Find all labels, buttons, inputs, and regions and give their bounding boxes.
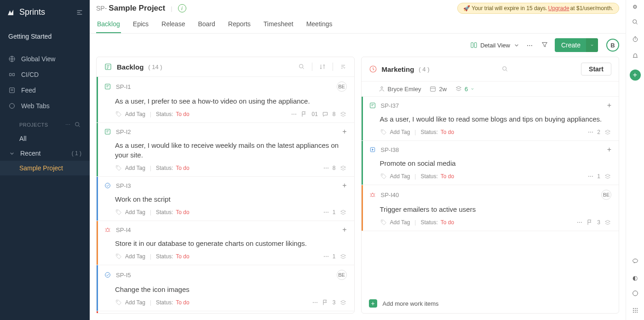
assign-plus-icon[interactable]: + [607,101,611,110]
status-value[interactable]: To do [176,165,189,171]
search-icon[interactable] [501,65,509,73]
stack-icon[interactable] [604,219,611,226]
sidebar-feed[interactable]: Feed [0,82,90,98]
card-more-icon[interactable]: ⋯ [312,299,318,306]
assign-plus-icon[interactable]: + [342,226,346,234]
projects-more-icon[interactable]: ⋯ [65,122,71,128]
fab-add-icon[interactable]: + [630,70,641,81]
status-value[interactable]: To do [176,299,189,306]
apps-icon[interactable] [632,307,639,315]
work-item-card[interactable]: SP-I5 BE Change the icon images Add Tag … [97,265,354,311]
status-value[interactable]: To do [441,173,454,180]
stack-icon[interactable] [339,164,347,172]
add-tag-button[interactable]: Add Tag [390,173,410,180]
sidebar-webtabs[interactable]: Web Tabs [0,98,90,114]
stack-icon[interactable] [604,173,611,180]
add-tag-button[interactable]: Add Tag [125,299,145,306]
card-more-icon[interactable]: ⋯ [577,219,582,226]
status-value[interactable]: To do [176,111,189,117]
tab-epics[interactable]: Epics [132,17,150,33]
create-dropdown-icon[interactable] [586,38,598,52]
sidebar-global-view[interactable]: Global View [0,51,90,67]
stack-icon[interactable] [604,128,611,136]
status-value[interactable]: To do [441,219,454,226]
sprint-owner[interactable]: Bryce Emley [378,85,421,93]
stack-icon[interactable] [339,299,347,306]
sidebar-collapse-icon[interactable] [76,9,83,16]
stack-icon[interactable] [339,111,347,118]
flag-icon[interactable] [322,299,329,306]
create-button[interactable]: Create [555,38,598,52]
work-item-card[interactable]: SP-I2 + As a user, I would like to recei… [97,123,354,177]
sprint-duration[interactable]: 2w [429,85,447,93]
sidebar-getting-started[interactable]: Getting Started [0,24,90,45]
card-more-icon[interactable]: ⋯ [588,173,593,180]
work-item-card[interactable]: SP-I6 + Generate ideas for the video. Ad… [97,311,354,313]
assignee-badge[interactable]: BE [337,81,347,92]
flag-icon[interactable] [300,111,308,118]
filter-icon[interactable] [539,39,550,52]
card-more-icon[interactable]: ⋯ [588,129,593,135]
add-tag-button[interactable]: Add Tag [125,111,145,117]
project-title[interactable]: Sample Project [109,4,165,13]
sprint-estimate[interactable]: 6 [455,85,475,93]
flag-icon[interactable] [586,219,593,226]
sidebar-project-sample[interactable]: Sample Project [0,161,90,175]
add-more-work-items[interactable]: + Add more work items [362,294,619,313]
status-value[interactable]: To do [176,253,189,260]
add-tag-button[interactable]: Add Tag [125,165,145,171]
card-more-icon[interactable]: ⋯ [323,253,329,260]
more-menu-icon[interactable]: ⋯ [525,40,535,51]
status-value[interactable]: To do [441,129,454,135]
assign-plus-icon[interactable]: + [607,145,611,154]
svg-point-37 [635,308,636,309]
stack-icon[interactable] [339,253,347,260]
work-item-card[interactable]: SP-I1 BE As a user, I prefer to see a ho… [97,77,354,123]
detail-view-toggle[interactable]: Detail View [470,41,520,49]
upgrade-link[interactable]: Upgrade [548,5,569,12]
stack-icon[interactable] [339,209,347,216]
theme-icon[interactable]: ◐ [632,274,638,281]
comment-icon[interactable] [322,111,329,118]
status-value[interactable]: To do [176,209,189,215]
rail-search-icon[interactable] [632,18,639,27]
assign-plus-icon[interactable]: + [342,128,346,136]
card-more-icon[interactable]: ⋯ [323,209,329,215]
work-item-card[interactable]: SP-I3 + Work on the script Add Tag | Sta… [97,177,354,221]
timer-icon[interactable] [632,35,639,44]
search-icon[interactable] [298,63,305,70]
add-tag-button[interactable]: Add Tag [125,253,145,260]
assignee-badge[interactable]: BE [337,270,347,280]
work-item-card[interactable]: SP-I37 + As a user, I would like to read… [362,97,619,141]
assign-plus-icon[interactable]: + [342,181,346,190]
sidebar-cicd[interactable]: CI/CD [0,67,90,82]
user-avatar[interactable]: B [606,39,619,52]
bell-icon[interactable] [632,52,639,61]
assignee-badge[interactable]: BE [601,190,611,200]
sidebar-projects-all[interactable]: All [0,131,90,146]
work-item-card[interactable]: SP-I40 BE Trigger emailers to active use… [362,185,619,231]
tab-board[interactable]: Board [197,17,216,33]
add-tag-button[interactable]: Add Tag [390,219,410,226]
tab-timesheet[interactable]: Timesheet [263,17,294,33]
card-more-icon[interactable]: ⋯ [323,165,329,171]
work-item-card[interactable]: SP-I4 + Store it in our database to gene… [97,221,354,265]
sort-icon[interactable] [319,63,326,70]
start-sprint-button[interactable]: Start [581,63,611,76]
tab-meetings[interactable]: Meetings [305,17,334,33]
project-info-icon[interactable]: i [178,4,186,12]
tab-reports[interactable]: Reports [227,17,252,33]
gear-icon[interactable]: ⚙ [632,4,638,10]
card-more-icon[interactable]: ⋯ [291,111,297,117]
item-type-icon [104,271,111,279]
chat-icon[interactable] [632,257,639,266]
tab-backlog[interactable]: Backlog [96,17,121,33]
tab-release[interactable]: Release [161,17,186,33]
work-item-card[interactable]: SP-I38 + Promote on social media Add Tag… [362,141,619,185]
help-icon[interactable] [632,290,639,298]
sort-desc-icon[interactable] [339,63,347,70]
add-tag-button[interactable]: Add Tag [125,209,145,215]
add-tag-button[interactable]: Add Tag [390,129,410,135]
sidebar-projects-recent[interactable]: Recent ( 1 ) [0,146,90,161]
projects-search-icon[interactable] [74,121,81,128]
